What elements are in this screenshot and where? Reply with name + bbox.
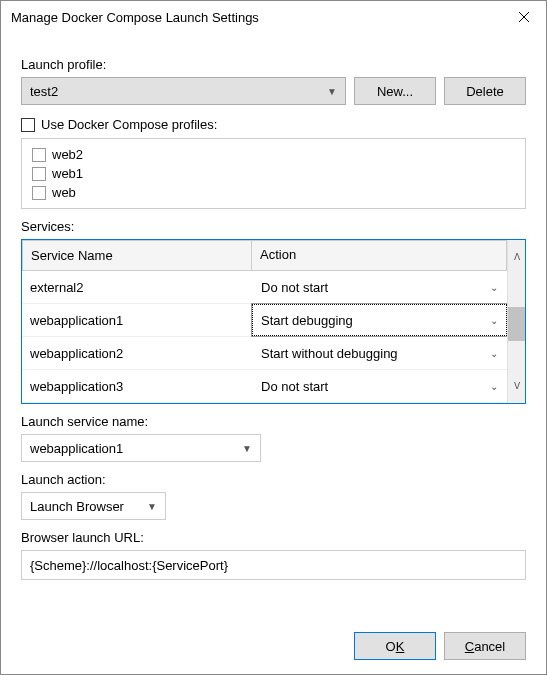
table-row: external2Do not start⌄ — [22, 271, 507, 304]
scroll-up-icon[interactable]: ᐱ — [508, 240, 525, 274]
service-name-cell[interactable]: webapplication1 — [22, 304, 252, 336]
browser-url-input[interactable] — [21, 550, 526, 580]
service-action-value: Start debugging — [261, 313, 490, 328]
dialog-content: Launch profile: test2 ▼ New... Delete Us… — [1, 33, 546, 674]
service-name-cell[interactable]: webapplication3 — [22, 370, 252, 402]
scroll-down-icon[interactable]: ᐯ — [508, 369, 525, 403]
service-action-value: Start without debugging — [261, 346, 490, 361]
delete-button[interactable]: Delete — [444, 77, 526, 105]
grid-header: Service Name Action — [22, 240, 507, 271]
profile-checkbox[interactable] — [32, 148, 46, 162]
launch-profile-value: test2 — [30, 84, 327, 99]
service-action-value: Do not start — [261, 379, 490, 394]
scroll-thumb[interactable] — [508, 307, 525, 341]
profile-checkbox[interactable] — [32, 186, 46, 200]
table-row: webapplication3Do not start⌄ — [22, 370, 507, 403]
profile-item: web2 — [32, 145, 515, 164]
services-label: Services: — [21, 219, 526, 234]
launch-service-value: webapplication1 — [30, 441, 242, 456]
chevron-down-icon: ⌄ — [490, 348, 498, 359]
use-profiles-checkbox[interactable] — [21, 118, 35, 132]
close-icon — [519, 12, 529, 22]
chevron-down-icon: ⌄ — [490, 282, 498, 293]
launch-action-label: Launch action: — [21, 472, 526, 487]
service-action-cell: Start debugging⌄ — [252, 304, 507, 336]
profile-checkbox[interactable] — [32, 167, 46, 181]
dialog-footer: OK Cancel — [21, 612, 526, 660]
service-action-dropdown[interactable]: Start debugging⌄ — [252, 304, 507, 336]
profile-item: web1 — [32, 164, 515, 183]
grid-scrollbar[interactable]: ᐱ ᐯ — [507, 240, 525, 403]
profile-name: web — [52, 185, 76, 200]
profile-name: web1 — [52, 166, 83, 181]
cancel-button[interactable]: Cancel — [444, 632, 526, 660]
service-action-dropdown[interactable]: Do not start⌄ — [252, 271, 507, 303]
services-grid: Service Name Action external2Do not star… — [21, 239, 526, 404]
launch-service-label: Launch service name: — [21, 414, 526, 429]
launch-action-value: Launch Browser — [30, 499, 147, 514]
profile-item: web — [32, 183, 515, 202]
col-header-action[interactable]: Action — [252, 240, 507, 271]
col-header-name[interactable]: Service Name — [22, 240, 252, 271]
table-row: webapplication2Start without debugging⌄ — [22, 337, 507, 370]
title-bar: Manage Docker Compose Launch Settings — [1, 1, 546, 33]
service-name-cell[interactable]: external2 — [22, 271, 252, 303]
chevron-down-icon: ⌄ — [490, 381, 498, 392]
chevron-down-icon: ⌄ — [490, 315, 498, 326]
service-action-dropdown[interactable]: Do not start⌄ — [252, 370, 507, 402]
table-row: webapplication1Start debugging⌄ — [22, 304, 507, 337]
launch-profile-label: Launch profile: — [21, 57, 526, 72]
use-profiles-label: Use Docker Compose profiles: — [41, 117, 217, 132]
chevron-down-icon: ▼ — [327, 86, 337, 97]
service-action-dropdown[interactable]: Start without debugging⌄ — [252, 337, 507, 369]
chevron-down-icon: ▼ — [242, 443, 252, 454]
new-button[interactable]: New... — [354, 77, 436, 105]
launch-action-dropdown[interactable]: Launch Browser ▼ — [21, 492, 166, 520]
service-action-cell: Do not start⌄ — [252, 370, 507, 402]
service-name-cell[interactable]: webapplication2 — [22, 337, 252, 369]
chevron-down-icon: ▼ — [147, 501, 157, 512]
close-button[interactable] — [501, 1, 546, 33]
service-action-cell: Do not start⌄ — [252, 271, 507, 303]
window-title: Manage Docker Compose Launch Settings — [11, 10, 501, 25]
launch-service-dropdown[interactable]: webapplication1 ▼ — [21, 434, 261, 462]
profile-name: web2 — [52, 147, 83, 162]
browser-url-label: Browser launch URL: — [21, 530, 526, 545]
service-action-cell: Start without debugging⌄ — [252, 337, 507, 369]
profiles-list: web2 web1 web — [21, 138, 526, 209]
launch-profile-dropdown[interactable]: test2 ▼ — [21, 77, 346, 105]
service-action-value: Do not start — [261, 280, 490, 295]
ok-button[interactable]: OK — [354, 632, 436, 660]
